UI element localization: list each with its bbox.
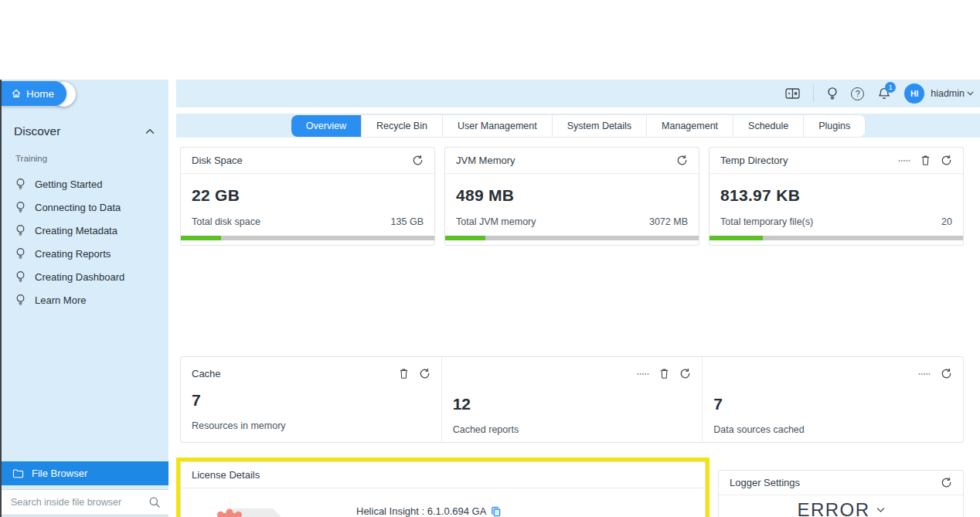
logger-card-header: Logger Settings (719, 471, 963, 495)
top-header-bar: ? 1 HI hiadmin (176, 80, 980, 107)
search-input[interactable] (11, 497, 148, 508)
copy-icon[interactable] (491, 506, 501, 517)
file-browser-search (2, 489, 168, 515)
logger-settings-card: Logger Settings ERROR (718, 470, 964, 517)
home-icon (11, 88, 22, 99)
license-card-header: License Details (181, 462, 705, 488)
temp-directory-total: 20 (941, 216, 952, 227)
lightbulb-icon (15, 224, 26, 236)
chevron-up-icon (145, 128, 155, 134)
more-options-icon[interactable] (637, 368, 649, 379)
trash-icon[interactable] (920, 155, 931, 166)
sidebar-item-label: Creating Reports (35, 248, 111, 260)
refresh-icon[interactable] (941, 368, 952, 379)
folder-icon (12, 468, 24, 478)
cached-reports-label: Cached reports (453, 424, 692, 435)
user-menu[interactable]: hiadmin (931, 88, 974, 99)
training-group-label: Training (2, 138, 168, 163)
cached-reports-value: 12 (453, 395, 692, 413)
more-options-icon[interactable] (918, 368, 931, 379)
tips-button[interactable] (827, 87, 838, 100)
data-sources-cached-value: 7 (713, 395, 952, 413)
tab-group: Overview Recycle Bin User Management Sys… (291, 115, 865, 137)
cache-section-reports: 12 Cached reports (442, 357, 703, 442)
more-options-icon[interactable] (898, 159, 910, 162)
trash-icon[interactable] (399, 368, 409, 379)
trash-icon[interactable] (659, 368, 669, 379)
resources-in-memory-label: Resources in memory (192, 420, 430, 431)
tab-user-management[interactable]: User Management (443, 115, 553, 137)
cache-section-resources: Cache 7 Resources in memory (181, 357, 442, 442)
temp-directory-value: 813.97 KB (709, 174, 963, 205)
help-button[interactable]: ? (851, 87, 864, 100)
notifications-button[interactable]: 1 (877, 87, 891, 101)
card-title: Temp Directory (720, 155, 788, 166)
temp-directory-progress-fill (709, 236, 763, 240)
license-details-card: License Details (180, 461, 706, 517)
cache-section-datasources: 7 Data sources cached (703, 357, 963, 442)
disk-space-card-header: Disk Space (181, 148, 434, 174)
refresh-icon[interactable] (419, 368, 430, 379)
refresh-icon[interactable] (412, 155, 424, 166)
card-title: Logger Settings (730, 477, 800, 488)
license-product-version: Helical Insight : 6.1.0.694 GA (356, 504, 486, 517)
sidebar: Home Discover Training Getting Started C… (0, 80, 168, 517)
file-browser-label: File Browser (32, 468, 87, 479)
cache-card: Cache 7 Resources in memory 12 Cached re… (180, 356, 964, 443)
jvm-memory-progress-fill (445, 236, 485, 240)
sidebar-section-discover[interactable]: Discover (2, 109, 168, 138)
resources-in-memory-value: 7 (192, 391, 430, 410)
sidebar-item-label: Getting Started (35, 179, 102, 190)
license-certificate-icon (209, 504, 287, 517)
tab-management[interactable]: Management (647, 115, 733, 137)
lightbulb-icon (15, 178, 26, 190)
lightbulb-icon (15, 201, 26, 213)
jvm-memory-card: JVM Memory 489 MB Total JVM memory 3072 … (444, 147, 699, 246)
disk-space-card: Disk Space 22 GB Total disk space 135 GB (180, 147, 435, 246)
tab-plugins[interactable]: Plugins (804, 115, 865, 137)
refresh-icon[interactable] (941, 155, 952, 166)
temp-directory-card-header: Temp Directory (709, 148, 963, 174)
switch-panel-button[interactable] (785, 87, 800, 100)
user-name-label: hiadmin (931, 88, 965, 99)
temp-directory-card: Temp Directory 813.97 KB Total temporary… (709, 147, 964, 246)
sidebar-item-getting-started[interactable]: Getting Started (2, 172, 168, 196)
jvm-memory-value: 489 MB (445, 174, 699, 205)
tab-overview[interactable]: Overview (291, 115, 362, 137)
search-icon[interactable] (148, 496, 161, 508)
discover-section-title: Discover (14, 124, 60, 138)
refresh-icon[interactable] (676, 155, 688, 166)
sidebar-item-label: Connecting to Data (35, 202, 121, 213)
data-sources-cached-label: Data sources cached (713, 424, 952, 435)
home-button[interactable]: Home (2, 81, 66, 106)
sidebar-item-creating-reports[interactable]: Creating Reports (2, 242, 168, 265)
file-browser-button[interactable]: File Browser (2, 461, 168, 485)
sidebar-item-label: Creating Dashboard (35, 271, 124, 283)
sidebar-item-connecting-to-data[interactable]: Connecting to Data (2, 196, 168, 219)
chevron-down-icon (876, 507, 885, 513)
jvm-memory-progressbar (445, 236, 699, 240)
refresh-icon[interactable] (941, 477, 952, 488)
sidebar-item-creating-metadata[interactable]: Creating Metadata (2, 219, 168, 242)
sidebar-item-learn-more[interactable]: Learn More (2, 288, 168, 311)
sidebar-home-row: Home (2, 80, 168, 109)
sidebar-item-creating-dashboard[interactable]: Creating Dashboard (2, 265, 168, 288)
admin-tab-strip: Overview Recycle Bin User Management Sys… (176, 114, 980, 138)
card-title: JVM Memory (456, 155, 516, 166)
disk-space-progress-fill (181, 236, 221, 240)
jvm-memory-total: 3072 MB (649, 216, 688, 227)
chevron-down-icon (967, 91, 974, 96)
refresh-icon[interactable] (679, 368, 691, 379)
tab-schedule[interactable]: Schedule (733, 115, 804, 137)
sidebar-item-label: Learn More (35, 294, 86, 306)
logger-level-dropdown[interactable]: ERROR (719, 495, 963, 517)
card-title: Disk Space (192, 155, 243, 166)
tab-system-details[interactable]: System Details (553, 115, 647, 137)
user-avatar[interactable]: HI (904, 83, 924, 104)
temp-directory-progressbar (709, 236, 963, 240)
tab-recycle-bin[interactable]: Recycle Bin (362, 115, 443, 137)
disk-space-progressbar (181, 236, 434, 240)
logger-level-value: ERROR (797, 499, 869, 517)
helical-insight-admin-page: Home Discover Training Getting Started C… (0, 80, 980, 517)
panel-layout-icon (785, 87, 800, 100)
